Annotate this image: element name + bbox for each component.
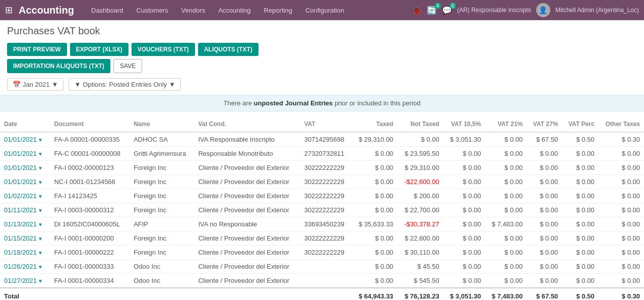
table-cell: $ 0.00 xyxy=(562,161,598,175)
date-filter-button[interactable]: 📅 Jan 2021 ▼ xyxy=(7,78,63,91)
avatar[interactable]: 👤 xyxy=(536,3,550,17)
vouchers-txt-button[interactable]: VOUCHERS (TXT) xyxy=(132,43,195,56)
table-cell: $ 0.00 xyxy=(443,161,485,175)
row-arrow[interactable]: ▼ xyxy=(38,165,43,171)
table-cell[interactable]: 01/27/2021▼ xyxy=(0,274,50,288)
table-cell: $ 0.00 xyxy=(562,274,598,288)
table-cell: FA-C 00001-00000008 xyxy=(50,147,130,161)
row-arrow[interactable]: ▼ xyxy=(38,264,43,270)
table-row: 01/01/2021▼FA-C 00001-00000008Gritti Agr… xyxy=(0,147,644,161)
date-link[interactable]: 01/15/2021 xyxy=(4,234,37,242)
table-cell[interactable]: 01/26/2021▼ xyxy=(0,260,50,274)
date-link[interactable]: 01/01/2021 xyxy=(4,136,37,143)
table-row: 01/13/2021▼DI 16052IC04000605LAFIPIVA no… xyxy=(0,217,644,231)
table-cell: $ 0.00 xyxy=(599,161,644,175)
table-cell: $ 67.50 xyxy=(527,132,562,147)
table-cell: $ 0.00 xyxy=(443,260,485,274)
table-row: 01/15/2021▼FA-I 0001-00000200Foreign Inc… xyxy=(0,231,644,246)
date-link[interactable]: 01/11/2021 xyxy=(4,206,37,214)
table-cell[interactable]: 01/01/2021▼ xyxy=(0,175,50,189)
table-cell[interactable]: 01/02/2021▼ xyxy=(0,189,50,203)
nav-vendors[interactable]: Vendors xyxy=(179,6,207,15)
table-cell: Gritti Agrimensura xyxy=(130,147,194,161)
table-wrapper: Date Document Name Vat Cond. VAT Taxed N… xyxy=(0,116,644,300)
table-cell: IVA no Responsable xyxy=(194,217,300,231)
table-cell: $ 0.00 xyxy=(443,147,485,161)
page-header: Purchases VAT book xyxy=(0,20,644,40)
table-cell: $ 0.00 xyxy=(485,161,527,175)
table-cell: $ 0.00 xyxy=(527,147,562,161)
nav-reporting[interactable]: Reporting xyxy=(262,6,294,15)
row-arrow[interactable]: ▼ xyxy=(38,250,43,256)
table-cell: $ 0.00 xyxy=(562,260,598,274)
table-cell: $ 0.00 xyxy=(527,231,562,246)
row-arrow[interactable]: ▼ xyxy=(38,236,43,242)
fiscal-position: (AR) Responsable Inscripto xyxy=(457,7,531,14)
messages-icon[interactable]: 💬 6 xyxy=(442,6,452,15)
toolbar-row2: IMPORTATION ALIQUOTS (TXT) SAVE xyxy=(0,59,644,76)
table-cell: $ 0.00 xyxy=(485,147,527,161)
table-cell: $ 0.00 xyxy=(352,260,398,274)
table-cell: Cliente / Proveedor del Exterior xyxy=(194,274,300,288)
table-cell[interactable]: 01/01/2021▼ xyxy=(0,147,50,161)
date-link[interactable]: 01/01/2021 xyxy=(4,178,37,186)
row-arrow[interactable]: ▼ xyxy=(38,208,43,213)
aliquots-txt-button[interactable]: ALIQUOTS (TXT) xyxy=(198,43,259,56)
row-arrow[interactable]: ▼ xyxy=(38,278,43,284)
row-arrow[interactable]: ▼ xyxy=(38,151,43,157)
table-cell[interactable]: 01/11/2021▼ xyxy=(0,203,50,217)
importation-aliquots-button[interactable]: IMPORTATION ALIQUOTS (TXT) xyxy=(7,59,110,73)
table-cell: $ 0.00 xyxy=(485,246,527,260)
table-cell[interactable]: 01/18/2021▼ xyxy=(0,246,50,260)
date-link[interactable]: 01/01/2021 xyxy=(4,164,37,171)
row-arrow[interactable]: ▼ xyxy=(38,222,43,227)
table-cell: $ 45.50 xyxy=(397,260,443,274)
grid-icon[interactable]: ⊞ xyxy=(5,5,13,16)
table-cell: Cliente / Proveedor del Exterior xyxy=(194,246,300,260)
print-preview-button[interactable]: PRINT PREVIEW xyxy=(7,43,67,56)
row-arrow[interactable]: ▼ xyxy=(38,137,43,143)
table-row: 01/27/2021▼FA-I 0001-00000334Odoo IncCli… xyxy=(0,274,644,288)
table-cell: $ 0.00 xyxy=(352,246,398,260)
user-name[interactable]: Mitchell Admin (Argentina_Loc) xyxy=(555,7,639,14)
export-xlsx-button[interactable]: EXPORT (XLSX) xyxy=(70,43,128,56)
table-cell[interactable]: 01/13/2021▼ xyxy=(0,217,50,231)
date-link[interactable]: 01/01/2021 xyxy=(4,150,37,157)
date-link[interactable]: 01/02/2021 xyxy=(4,192,37,200)
row-arrow[interactable]: ▼ xyxy=(38,194,43,199)
date-link[interactable]: 01/18/2021 xyxy=(4,249,37,256)
table-cell: 30222222229 xyxy=(300,246,352,260)
table-cell: $ 0.00 xyxy=(352,175,398,189)
topnav: ⊞ Accounting Dashboard Customers Vendors… xyxy=(0,0,644,20)
chevron-down-icon: ▼ xyxy=(52,81,58,88)
options-filter-label: Options: Posted Entries Only xyxy=(83,81,167,88)
table-cell[interactable]: 01/01/2021▼ xyxy=(0,132,50,147)
options-filter-button[interactable]: ▼ Options: Posted Entries Only ▼ xyxy=(69,78,181,91)
table-cell: Odoo Inc xyxy=(130,274,194,288)
table-row: 01/01/2021▼FA-I 0002-00000123Foreign Inc… xyxy=(0,161,644,175)
table-cell: $ 0.00 xyxy=(485,260,527,274)
table-cell: Foreign Inc xyxy=(130,161,194,175)
save-button[interactable]: SAVE xyxy=(113,59,142,73)
table-cell: FA-I 0003-00000312 xyxy=(50,203,130,217)
date-link[interactable]: 01/13/2021 xyxy=(4,220,37,228)
table-cell: Foreign Inc xyxy=(130,246,194,260)
table-cell[interactable]: 01/15/2021▼ xyxy=(0,231,50,246)
table-cell: $ 0.50 xyxy=(562,132,598,147)
date-link[interactable]: 01/27/2021 xyxy=(4,277,37,284)
nav-customers[interactable]: Customers xyxy=(135,6,170,15)
bug-icon[interactable]: 🐞 xyxy=(412,6,422,15)
date-link[interactable]: 01/26/2021 xyxy=(4,263,37,270)
notifications-icon[interactable]: 🔄 4 xyxy=(427,6,437,15)
table-cell: $ 0.00 xyxy=(485,189,527,203)
nav-dashboard[interactable]: Dashboard xyxy=(89,6,125,15)
topnav-right: 🐞 🔄 4 💬 6 (AR) Responsable Inscripto 👤 M… xyxy=(412,3,639,17)
nav-accounting[interactable]: Accounting xyxy=(216,6,252,15)
table-cell[interactable]: 01/01/2021▼ xyxy=(0,161,50,175)
nav-links: Dashboard Customers Vendors Accounting R… xyxy=(89,6,412,15)
col-name: Name xyxy=(130,116,194,132)
col-taxed: Taxed xyxy=(352,116,398,132)
row-arrow[interactable]: ▼ xyxy=(38,179,43,185)
nav-configuration[interactable]: Configuration xyxy=(303,6,346,15)
table-cell: $ 0.00 xyxy=(443,246,485,260)
